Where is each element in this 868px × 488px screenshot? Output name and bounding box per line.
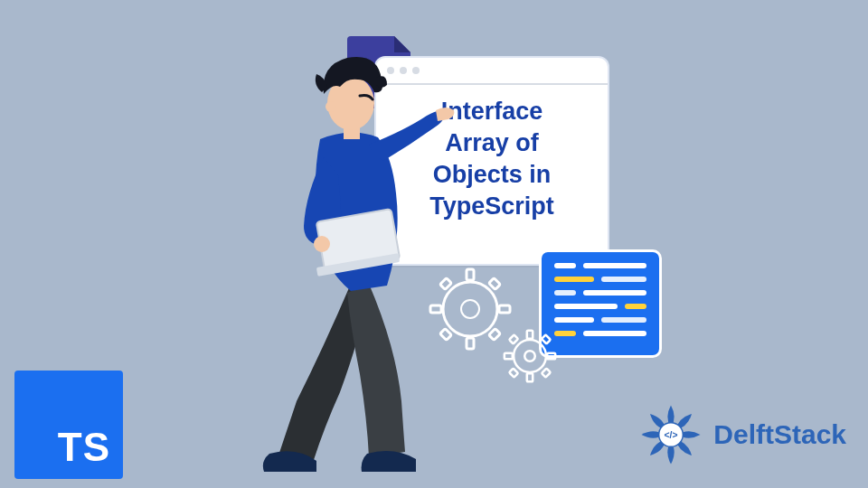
svg-point-22 [314, 236, 330, 252]
person-illustration [233, 40, 505, 474]
svg-rect-14 [505, 353, 513, 359]
delftstack-brand: </> DelftStack [637, 401, 846, 468]
typescript-logo: TS [14, 371, 123, 479]
svg-rect-15 [547, 353, 555, 359]
svg-rect-13 [527, 373, 533, 381]
ts-logo-label: TS [58, 425, 110, 470]
mandala-icon: </> [637, 401, 704, 468]
brand-name: DelftStack [713, 419, 846, 450]
svg-rect-19 [542, 369, 551, 378]
svg-point-25 [326, 101, 336, 112]
svg-rect-17 [542, 334, 551, 343]
svg-rect-12 [527, 331, 533, 339]
svg-rect-16 [509, 334, 518, 343]
svg-point-10 [514, 340, 546, 372]
code-glyph: </> [665, 430, 678, 440]
svg-point-11 [524, 351, 535, 361]
svg-rect-18 [509, 369, 518, 378]
gear-icon [501, 327, 559, 385]
